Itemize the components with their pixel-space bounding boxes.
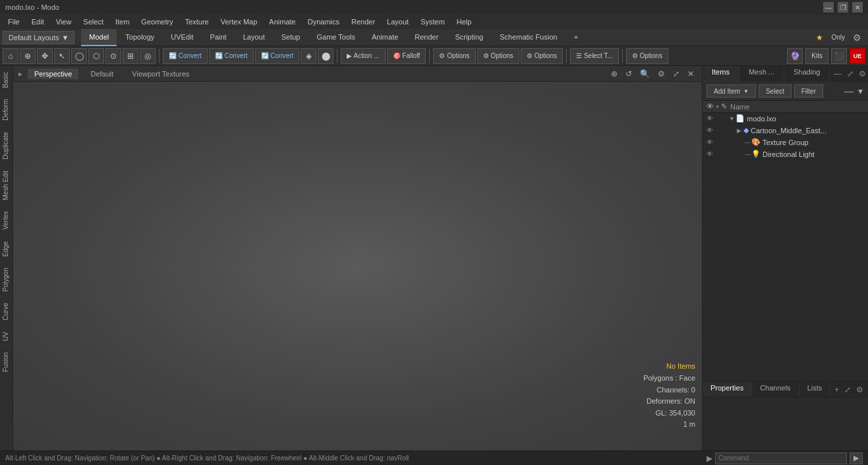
sidebar-tab-basic[interactable]: Basic	[0, 66, 13, 93]
eye-icon-3[interactable]: 👁	[705, 139, 714, 146]
menu-vertexmap[interactable]: Vertex Map	[216, 15, 263, 29]
panel-icon-minus[interactable]: —	[843, 84, 855, 98]
tab-uvedit[interactable]: UVEdit	[163, 29, 201, 46]
select-btn-panel[interactable]: Select	[759, 84, 792, 98]
vp-home-icon[interactable]: ⊕	[608, 68, 620, 80]
layout-dropdown[interactable]: Default Layouts ▼	[3, 31, 74, 44]
vp-rotate-icon[interactable]: ↺	[623, 68, 635, 80]
command-submit-btn[interactable]: ▶	[850, 452, 863, 464]
menu-system[interactable]: System	[415, 15, 450, 29]
expand-icon-3[interactable]: —	[745, 139, 751, 146]
tab-paint[interactable]: Paint	[202, 29, 235, 46]
filter-btn[interactable]: Filter	[794, 84, 823, 98]
minimize-button[interactable]: —	[823, 2, 834, 13]
sidebar-tab-polygon[interactable]: Polygon	[0, 262, 13, 297]
sidebar-tab-vertex[interactable]: Vertex	[0, 205, 13, 235]
menu-animate[interactable]: Animate	[264, 15, 301, 29]
rp-tab-shading[interactable]: Shading	[784, 66, 830, 82]
tab-model[interactable]: Model	[81, 29, 117, 46]
toolbar-sphere-btn[interactable]: ⬤	[318, 48, 333, 64]
toolbar-home-btn[interactable]: ⌂	[3, 48, 18, 64]
menu-select[interactable]: Select	[78, 15, 109, 29]
toolbar-grid-btn[interactable]: ⊞	[123, 48, 138, 64]
gear-icon[interactable]: ⚙	[849, 31, 865, 44]
menu-edit[interactable]: Edit	[26, 15, 49, 29]
panel-minimize-btn[interactable]: —	[832, 68, 844, 80]
panel-expand-btn[interactable]: ⤢	[845, 68, 855, 80]
toolbar-render-icon[interactable]: ⬛	[831, 48, 847, 64]
item-row-cartoon[interactable]: 👁 ▶ ◆ Cartoon_Middle_East...	[703, 125, 868, 137]
maximize-button[interactable]: ❐	[838, 2, 848, 13]
toolbar-move-btn[interactable]: ✥	[37, 48, 53, 64]
convert-btn-2[interactable]: 🔄 Convert	[209, 48, 254, 64]
vp-tab-textures[interactable]: Viewport Textures	[125, 69, 196, 79]
prop-tab-properties[interactable]: Properties	[703, 382, 752, 397]
viewport-collapse-icon[interactable]: ▸	[18, 69, 22, 78]
status-expand-icon[interactable]: ▶	[707, 454, 712, 463]
options2-btn[interactable]: ⚙ Options	[626, 48, 668, 64]
prop-settings-btn[interactable]: ⚙	[854, 384, 865, 396]
tab-scripting[interactable]: Scripting	[447, 29, 491, 46]
rp-tab-items[interactable]: Items	[703, 66, 739, 82]
vp-settings-icon[interactable]: ⚙	[655, 68, 668, 80]
sidebar-tab-fusion[interactable]: Fusion	[0, 346, 13, 377]
falloff-btn[interactable]: 🎯 Falloff	[387, 48, 426, 64]
expand-icon[interactable]: ▼	[729, 115, 736, 122]
menu-item[interactable]: Item	[110, 15, 134, 29]
tab-layout[interactable]: Layout	[235, 29, 273, 46]
menu-render[interactable]: Render	[346, 15, 380, 29]
menu-geometry[interactable]: Geometry	[136, 15, 178, 29]
prop-add-btn[interactable]: +	[832, 384, 841, 396]
sidebar-tab-meshedit[interactable]: Mesh Edit	[0, 165, 13, 205]
item-row-light[interactable]: 👁 — 💡 Directional Light	[703, 148, 868, 160]
select-btn[interactable]: ☰ Select T...	[570, 48, 619, 64]
options-btn-1[interactable]: ⚙ Options	[433, 48, 475, 64]
tab-schematicfusion[interactable]: Schematic Fusion	[492, 29, 565, 46]
eye-icon-4[interactable]: 👁	[705, 150, 714, 158]
panel-settings-btn[interactable]: ⚙	[857, 68, 868, 80]
viewport-canvas[interactable]: 354,030 X Y Z No Items Polygons : Face C…	[13, 82, 702, 450]
toolbar-circle-btn[interactable]: ◎	[140, 48, 156, 64]
item-row-modo-bxo[interactable]: 👁 ▼ 📄 modo.lxo	[703, 113, 868, 125]
vp-zoom-icon[interactable]: 🔍	[637, 68, 652, 80]
toolbar-lasso-btn[interactable]: ◯	[71, 48, 87, 64]
tab-animate[interactable]: Animate	[364, 29, 406, 46]
close-button[interactable]: ✕	[852, 2, 863, 13]
menu-texture[interactable]: Texture	[180, 15, 214, 29]
kits-btn[interactable]: Kits	[805, 48, 828, 64]
options-btn-3[interactable]: ⚙ Options	[521, 48, 563, 64]
prop-expand-btn[interactable]: ⤢	[842, 384, 853, 396]
sidebar-tab-deform[interactable]: Deform	[0, 93, 13, 126]
prop-tab-channels[interactable]: Channels	[752, 382, 799, 397]
sidebar-tab-duplicate[interactable]: Duplicate	[0, 126, 13, 165]
item-row-texture[interactable]: 👁 — 🎨 Texture Group	[703, 137, 868, 148]
expand-icon-2[interactable]: ▶	[737, 127, 743, 134]
eye-icon[interactable]: 👁	[705, 115, 714, 122]
expand-icon-4[interactable]: —	[745, 151, 751, 158]
toolbar-cursor-btn[interactable]: ↖	[54, 48, 70, 64]
toolbar-globe-btn[interactable]: ⊕	[20, 48, 36, 64]
toolbar-ue-icon[interactable]: UE	[850, 48, 865, 64]
vp-tab-perspective[interactable]: Perspective	[28, 69, 78, 79]
tab-topology[interactable]: Topology	[117, 29, 162, 46]
tab-add[interactable]: +	[566, 29, 586, 46]
menu-file[interactable]: File	[3, 15, 25, 29]
vp-expand-icon[interactable]: ⤢	[670, 68, 682, 80]
add-item-btn[interactable]: Add Item	[707, 84, 756, 98]
vp-tab-default[interactable]: Default	[84, 69, 120, 79]
tab-gametools[interactable]: Game Tools	[308, 29, 363, 46]
toolbar-kits-icon[interactable]: 🔮	[787, 48, 803, 64]
action-btn[interactable]: ▶ Action ...	[341, 48, 385, 64]
tab-render[interactable]: Render	[407, 29, 446, 46]
convert-btn-1[interactable]: 🔄 Convert	[163, 48, 208, 64]
rp-tab-mesh[interactable]: Mesh ...	[739, 66, 784, 82]
sidebar-tab-curve[interactable]: Curve	[0, 297, 13, 326]
menu-help[interactable]: Help	[451, 15, 477, 29]
menu-layout[interactable]: Layout	[382, 15, 414, 29]
tab-setup[interactable]: Setup	[274, 29, 308, 46]
prop-tab-lists[interactable]: Lists	[799, 382, 831, 397]
toolbar-mode-btn[interactable]: ◈	[301, 48, 316, 64]
vp-close-icon[interactable]: ✕	[685, 68, 697, 80]
toolbar-magnet-btn[interactable]: ⊙	[105, 48, 121, 64]
sidebar-tab-uv[interactable]: UV	[0, 326, 13, 346]
